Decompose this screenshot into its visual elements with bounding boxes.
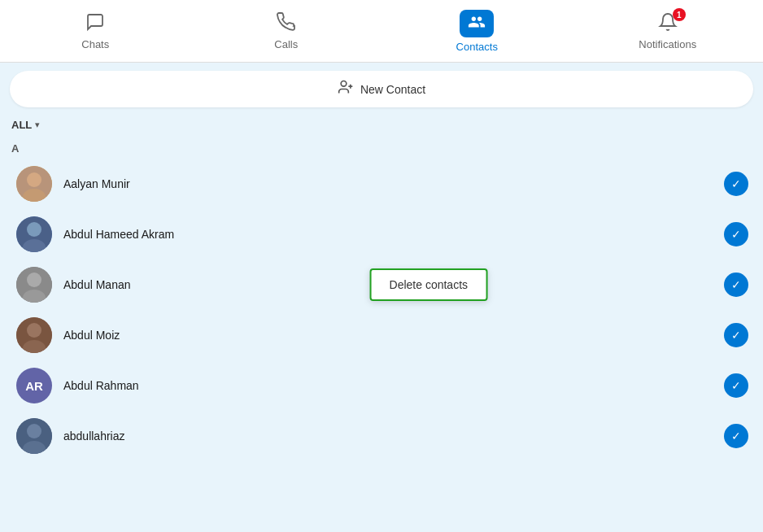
contact-check-button[interactable]: ✓ bbox=[724, 222, 748, 246]
chats-label: Chats bbox=[81, 38, 109, 50]
avatar bbox=[16, 216, 52, 252]
contacts-label: Contacts bbox=[456, 41, 498, 53]
svg-point-10 bbox=[27, 273, 41, 287]
contacts-icon bbox=[460, 10, 494, 37]
contact-item[interactable]: Abdul Manan ✓ Delete contacts bbox=[10, 260, 753, 309]
contact-name: Aalyan Munir bbox=[63, 177, 724, 190]
notification-badge: 1 bbox=[673, 8, 686, 21]
contact-check-button[interactable]: ✓ bbox=[724, 172, 748, 196]
svg-point-4 bbox=[27, 172, 41, 187]
contact-list: Aalyan Munir ✓ Abdul Hameed Akram ✓ bbox=[10, 159, 753, 460]
contact-name: abdullahriaz bbox=[63, 430, 724, 443]
contact-name: Abdul Moiz bbox=[63, 329, 724, 342]
svg-point-13 bbox=[27, 323, 41, 338]
tab-contacts[interactable]: Contacts bbox=[382, 0, 573, 62]
avatar bbox=[16, 267, 52, 303]
contact-name: Abdul Hameed Akram bbox=[63, 228, 724, 241]
filter-row[interactable]: ALL ▾ bbox=[10, 119, 753, 131]
svg-point-0 bbox=[341, 81, 347, 87]
notifications-label: Notifications bbox=[639, 38, 696, 50]
contact-item[interactable]: Abdul Hameed Akram ✓ bbox=[10, 210, 753, 259]
filter-label: ALL bbox=[11, 119, 32, 131]
chats-icon bbox=[85, 12, 105, 35]
calls-label: Calls bbox=[274, 38, 298, 50]
main-content: New Contact ALL ▾ A Aalyan Munir ✓ bbox=[0, 63, 763, 532]
contact-check-button[interactable]: ✓ bbox=[724, 273, 748, 297]
avatar bbox=[16, 418, 52, 454]
contact-check-button[interactable]: ✓ bbox=[724, 323, 748, 347]
add-contact-icon bbox=[338, 79, 354, 99]
contact-name: Abdul Rahman bbox=[63, 379, 724, 392]
top-nav: Chats Calls Contacts 1 Notifications bbox=[0, 0, 763, 63]
contact-check-button[interactable]: ✓ bbox=[724, 373, 748, 398]
delete-contacts-label: Delete contacts bbox=[390, 278, 469, 291]
contact-item[interactable]: abdullahriaz ✓ bbox=[10, 412, 753, 460]
svg-point-7 bbox=[27, 222, 41, 237]
section-a-header: A bbox=[10, 142, 753, 155]
tab-chats[interactable]: Chats bbox=[0, 0, 191, 62]
chevron-down-icon: ▾ bbox=[35, 120, 40, 130]
svg-point-16 bbox=[27, 424, 41, 438]
contact-item[interactable]: Abdul Moiz ✓ bbox=[10, 311, 753, 360]
new-contact-label: New Contact bbox=[360, 83, 425, 96]
contact-check-button[interactable]: ✓ bbox=[724, 424, 748, 448]
avatar bbox=[16, 317, 52, 353]
contact-item[interactable]: AR Abdul Rahman ✓ bbox=[10, 361, 753, 410]
avatar: AR bbox=[16, 368, 52, 403]
calls-icon bbox=[277, 12, 296, 35]
contact-item[interactable]: Aalyan Munir ✓ bbox=[10, 159, 753, 208]
tab-notifications[interactable]: 1 Notifications bbox=[573, 0, 764, 62]
delete-contacts-popup[interactable]: Delete contacts bbox=[370, 268, 488, 301]
tab-calls[interactable]: Calls bbox=[191, 0, 382, 62]
new-contact-button[interactable]: New Contact bbox=[10, 71, 753, 107]
avatar bbox=[16, 166, 52, 202]
